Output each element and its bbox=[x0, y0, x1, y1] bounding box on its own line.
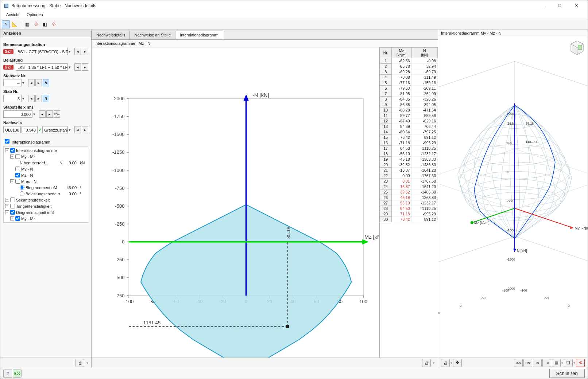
table-row[interactable]: 26 45.18 -1363.83 bbox=[380, 195, 438, 200]
table-row[interactable]: 23 0.01 -1767.60 bbox=[380, 179, 438, 184]
view-reset-button[interactable]: ⟲ bbox=[576, 359, 585, 367]
table-row[interactable]: 1 -62.56 -0.08 bbox=[380, 58, 438, 64]
tree-tan-check[interactable] bbox=[10, 204, 15, 208]
tree-myn-check[interactable] bbox=[15, 167, 20, 171]
dropdown-icon[interactable]: ▾ bbox=[561, 361, 563, 365]
view-wire-button[interactable]: ▦ bbox=[552, 359, 561, 367]
view-mymz-button[interactable]: ↓My bbox=[514, 359, 523, 367]
table-row[interactable]: 18 -56.10 -1232.17 bbox=[380, 151, 438, 157]
table-row[interactable]: 8 -84.35 -326.26 bbox=[380, 97, 438, 102]
tree-mzn-check[interactable] bbox=[15, 173, 20, 177]
status-units-button[interactable]: 0.00 bbox=[13, 370, 22, 378]
view-myn-button[interactable]: ↓N bbox=[533, 359, 542, 367]
tree-sek-check[interactable] bbox=[10, 198, 15, 202]
table-row[interactable]: 15 -76.42 -891.12 bbox=[380, 135, 438, 140]
interaction-check[interactable] bbox=[5, 139, 9, 144]
minimize-button[interactable]: ─ bbox=[534, 0, 551, 11]
tree-expand-diag[interactable]: − bbox=[5, 210, 9, 214]
member-combo[interactable]: 5 bbox=[3, 95, 22, 102]
data-table-scroll[interactable]: Nr. Mz[kNm] N[kN] 1 -62.56 -0.082 -65.78… bbox=[379, 47, 438, 357]
tab-nachweise-stelle[interactable]: Nachweise an Stelle bbox=[129, 31, 175, 39]
tree-expand-sek[interactable]: + bbox=[5, 198, 9, 202]
tool-clip[interactable]: ◧ bbox=[41, 20, 49, 28]
station-formula[interactable]: x/x₀ bbox=[54, 110, 60, 118]
tree-dsmymz-check[interactable] bbox=[15, 216, 20, 221]
tab-interaktionsdiagramm[interactable]: Interaktionsdiagramm bbox=[175, 31, 223, 39]
table-row[interactable]: 20 -32.52 -1486.80 bbox=[380, 162, 438, 168]
design-situation-prev[interactable]: ◂ bbox=[74, 48, 81, 55]
view-cube-icon[interactable] bbox=[569, 39, 585, 56]
station-combo[interactable]: 0.000 bbox=[3, 110, 32, 118]
table-row[interactable]: 19 -45.18 -1363.83 bbox=[380, 157, 438, 162]
design-situation-combo[interactable]: BS1 - GZT (STR/GEO) - Ständig u... bbox=[16, 48, 68, 55]
design-code[interactable]: UL0100 bbox=[3, 126, 21, 133]
table-row[interactable]: 7 -81.95 -264.09 bbox=[380, 91, 438, 97]
view-mzn-button[interactable]: ↓Mz bbox=[523, 359, 532, 367]
table-row[interactable]: 29 71.18 -995.29 bbox=[380, 211, 438, 217]
table-row[interactable]: 22 0.00 -1767.60 bbox=[380, 173, 438, 179]
tree-expand-mymz[interactable]: − bbox=[10, 155, 14, 159]
memberset-prev[interactable]: ◂ bbox=[28, 79, 35, 86]
load-combo[interactable]: LK3 - 1.35 * LF1 + 1.50 * LF2 + 0... bbox=[16, 63, 68, 71]
dropdown-icon[interactable]: ▾ bbox=[573, 361, 575, 365]
load-next[interactable]: ▸ bbox=[82, 63, 88, 71]
member-next[interactable]: ▸ bbox=[35, 95, 42, 102]
view-solid-button[interactable]: ❏ bbox=[564, 359, 573, 367]
table-row[interactable]: 24 16.37 -1641.20 bbox=[380, 184, 438, 190]
table-row[interactable]: 13 -84.39 -706.44 bbox=[380, 124, 438, 129]
table-row[interactable]: 3 -69.28 -69.79 bbox=[380, 69, 438, 75]
memberset-combo[interactable]: -- bbox=[3, 79, 22, 86]
tree-expand-tan[interactable]: + bbox=[5, 204, 9, 208]
table-row[interactable]: 25 32.52 -1486.80 bbox=[380, 190, 438, 195]
member-prev[interactable]: ◂ bbox=[28, 95, 35, 102]
maximize-button[interactable]: ☐ bbox=[551, 0, 568, 11]
table-row[interactable]: 14 -80.64 -797.25 bbox=[380, 129, 438, 135]
view-iso-button[interactable]: ↓⧈ bbox=[542, 359, 551, 367]
tree-expand-root[interactable]: − bbox=[5, 148, 9, 152]
menu-ansicht[interactable]: Ansicht bbox=[3, 11, 23, 19]
design-desc[interactable]: Grenzzustand ... bbox=[42, 126, 68, 133]
right-print-button[interactable]: 🖨 bbox=[441, 359, 450, 367]
table-row[interactable]: 21 -16.37 -1641.20 bbox=[380, 168, 438, 173]
station-next[interactable]: ▸ bbox=[46, 110, 53, 118]
table-row[interactable]: 16 -71.18 -995.29 bbox=[380, 140, 438, 146]
tool-grid[interactable]: ▦ bbox=[23, 20, 31, 28]
titlebar[interactable]: Betonbemessung - Stäbe - Nachweisdetails… bbox=[0, 0, 588, 11]
dropdown-icon[interactable]: ▾ bbox=[433, 361, 435, 365]
memberset-next[interactable]: ▸ bbox=[35, 79, 42, 86]
tool-pointer[interactable]: ↖ bbox=[2, 20, 10, 28]
tree-biege-radio[interactable] bbox=[20, 185, 24, 190]
table-row[interactable]: 11 -89.77 -559.56 bbox=[380, 113, 438, 118]
design-prev[interactable]: ◂ bbox=[74, 126, 81, 133]
station-prev[interactable]: ◂ bbox=[39, 110, 46, 118]
table-row[interactable]: 17 -64.50 -1110.25 bbox=[380, 146, 438, 151]
dropdown-icon[interactable]: ▾ bbox=[86, 361, 88, 365]
tree-root-check[interactable] bbox=[10, 148, 15, 153]
tool-measure[interactable]: 📐 bbox=[11, 20, 19, 28]
table-row[interactable]: 5 -77.16 -159.16 bbox=[380, 80, 438, 86]
tree-expand-dsmymz[interactable]: + bbox=[10, 216, 14, 220]
table-row[interactable]: 2 -65.78 -32.94 bbox=[380, 64, 438, 69]
side-print-button[interactable]: 🖨 bbox=[76, 359, 84, 367]
table-row[interactable]: 30 76.42 -891.12 bbox=[380, 217, 438, 222]
table-row[interactable]: 28 64.50 -1110.25 bbox=[380, 206, 438, 211]
table-row[interactable]: 9 -86.35 -394.05 bbox=[380, 102, 438, 108]
center-print-button[interactable]: 🖨 bbox=[422, 359, 431, 367]
tool-section[interactable]: 🞜 bbox=[32, 20, 40, 28]
memberset-pick[interactable]: ↯ bbox=[43, 79, 49, 86]
table-row[interactable]: 27 56.10 -1232.17 bbox=[380, 200, 438, 206]
table-row[interactable]: 4 -73.08 -111.49 bbox=[380, 75, 438, 80]
right-pick-button[interactable]: ✥ bbox=[453, 359, 462, 367]
tree-dsmyn-check[interactable] bbox=[15, 222, 20, 223]
table-row[interactable]: 6 -79.63 -209.11 bbox=[380, 86, 438, 91]
design-next[interactable]: ▸ bbox=[82, 126, 88, 133]
tree-mresn-check[interactable] bbox=[15, 179, 20, 184]
tree-expand-mres[interactable]: − bbox=[10, 179, 14, 183]
close-window-button[interactable]: ✕ bbox=[568, 0, 585, 11]
table-row[interactable]: 12 -87.40 -629.16 bbox=[380, 118, 438, 124]
member-pick[interactable]: ↯ bbox=[43, 95, 49, 102]
tool-option[interactable]: 🞜 bbox=[50, 20, 58, 28]
close-button[interactable]: Schließen bbox=[549, 369, 585, 378]
load-prev[interactable]: ◂ bbox=[74, 63, 81, 71]
tree-diag-check[interactable] bbox=[10, 210, 15, 215]
